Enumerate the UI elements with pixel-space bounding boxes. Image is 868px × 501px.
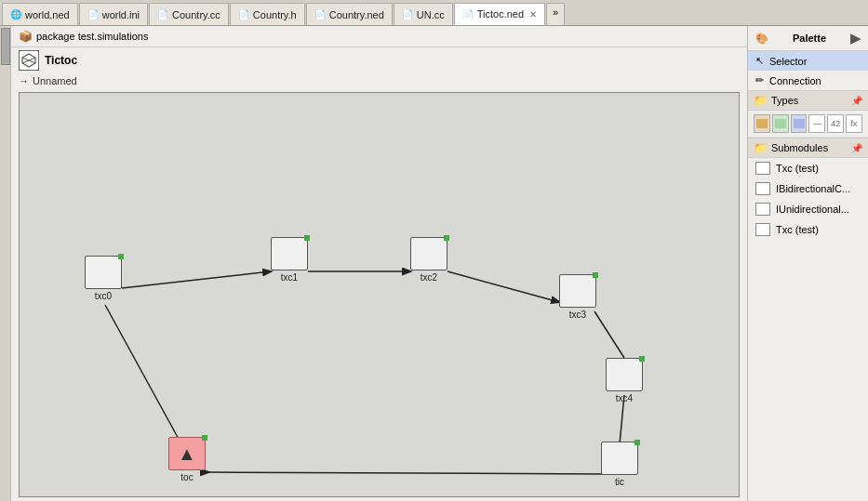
node-tic[interactable]: tic [601, 442, 638, 488]
submodule-item-3[interactable]: Txc (test) [748, 219, 868, 240]
submodule-item-0[interactable]: Txc (test) [748, 158, 868, 178]
palette-header: 🎨 Palette ▶ [748, 26, 868, 51]
package-icon: 📦 [19, 30, 33, 43]
node-label-txc1: txc1 [281, 272, 298, 283]
node-toc[interactable]: ▲ toc [168, 437, 206, 483]
submodule-label-3: Txc (test) [776, 224, 819, 235]
types-icon-row: — 42 fx [748, 111, 868, 138]
submodules-section-header: 📁 Submodules 📌 [748, 138, 868, 158]
connection-label: Connection [769, 75, 821, 86]
node-label-txc0: txc0 [95, 291, 112, 302]
tab-country-h[interactable]: 📄 Country.h [230, 3, 305, 25]
submodule-label-1: IBidirectionalC... [776, 183, 850, 194]
node-box-txc2[interactable] [410, 237, 447, 270]
network-canvas[interactable]: txc0 txc1 txc2 [19, 92, 740, 497]
node-label-txc4: txc4 [616, 393, 633, 404]
tab-world-ini-label: world.ini [102, 9, 140, 20]
submodule-item-1[interactable]: IBidirectionalC... [748, 178, 868, 199]
type-icon-3[interactable] [791, 114, 808, 133]
country-h-icon: 📄 [238, 9, 249, 20]
type-icon-6[interactable]: fx [846, 114, 862, 133]
tab-world-ned-label: world.ned [25, 9, 70, 20]
palette-expand-icon[interactable]: ▶ [850, 31, 861, 46]
palette-panel: 🎨 Palette ▶ ↖ Selector ✏ Connection 📁 Ty… [747, 26, 868, 501]
tab-tictoc-ned-label: Tictoc.ned [477, 8, 524, 20]
scroll-thumb[interactable] [1, 28, 10, 65]
world-ini-icon: 📄 [87, 9, 99, 20]
types-section-header: 📁 Types 📌 [748, 90, 868, 111]
overflow-label: » [553, 7, 558, 18]
package-label: package test.simulations [36, 31, 148, 42]
connector-txc3 [593, 272, 598, 278]
tab-bar: 🌐 world.ned 📄 world.ini 📄 Country.cc 📄 C… [0, 0, 868, 26]
submodules-label: Submodules [771, 142, 828, 153]
type-icon-1[interactable] [754, 114, 770, 133]
canvas-wrapper: txc0 txc1 txc2 [11, 88, 747, 501]
connector-txc0 [118, 254, 124, 259]
node-box-toc[interactable]: ▲ [168, 437, 206, 470]
submodules-pin-icon[interactable]: 📌 [851, 143, 862, 153]
submodule-item-2[interactable]: IUnidirectional... [748, 199, 868, 219]
node-label-txc3: txc3 [569, 310, 586, 321]
submodule-box-3 [755, 223, 770, 236]
tab-tictoc-ned[interactable]: 📄 Tictoc.ned ✕ [454, 3, 545, 25]
node-label-toc: toc [180, 472, 193, 483]
node-txc1[interactable]: txc1 [271, 237, 308, 283]
node-txc4[interactable]: txc4 [606, 358, 643, 404]
node-box-txc1[interactable] [271, 237, 308, 270]
toc-arrow-icon: ▲ [178, 443, 196, 465]
node-txc2[interactable]: txc2 [410, 237, 447, 283]
connector-tic [634, 440, 640, 445]
country-cc-icon: 📄 [157, 9, 168, 20]
tab-country-cc[interactable]: 📄 Country.cc [149, 3, 229, 25]
tab-world-ned[interactable]: 🌐 world.ned [2, 3, 78, 25]
tab-un-cc[interactable]: 📄 UN.cc [394, 3, 453, 25]
node-txc3[interactable]: txc3 [559, 274, 596, 321]
node-box-txc4[interactable] [606, 358, 643, 391]
svg-line-3 [122, 271, 271, 288]
node-txc0[interactable]: txc0 [85, 256, 122, 302]
node-box-txc3[interactable] [559, 274, 596, 308]
left-scrollbar [0, 26, 11, 501]
un-cc-icon: 📄 [402, 9, 413, 20]
submodules-folder-icon: 📁 [754, 141, 768, 154]
types-folder-icon: 📁 [754, 94, 768, 107]
svg-line-6 [594, 311, 624, 358]
type-icon-2[interactable] [772, 114, 789, 133]
tab-tictoc-close-icon[interactable]: ✕ [529, 9, 537, 20]
palette-item-connection[interactable]: ✏ Connection [748, 71, 868, 90]
connector-txc1 [304, 235, 310, 241]
node-box-tic[interactable] [601, 442, 638, 475]
type-icon-5[interactable]: 42 [827, 114, 844, 133]
palette-icon: 🎨 [755, 33, 768, 45]
type-icon-4[interactable]: — [808, 114, 825, 133]
types-pin-icon[interactable]: 📌 [851, 96, 862, 106]
connector-txc4 [639, 356, 645, 362]
package-header: 📦 package test.simulations [11, 26, 747, 47]
connection-pencil-icon: ✏ [755, 74, 764, 86]
svg-rect-12 [794, 119, 805, 128]
submodule-box-1 [755, 182, 770, 195]
tab-country-ned[interactable]: 📄 Country.ned [306, 3, 393, 25]
selector-label: Selector [769, 56, 807, 67]
submodule-box-2 [755, 203, 770, 216]
unnamed-label: Unnamed [33, 75, 77, 86]
tictoc-header: Tictoc [11, 47, 747, 73]
submodule-box-0 [755, 162, 770, 175]
tab-country-h-label: Country.h [253, 9, 297, 20]
tab-country-cc-label: Country.cc [172, 9, 220, 20]
types-label: Types [771, 95, 798, 106]
palette-item-selector[interactable]: ↖ Selector [748, 51, 868, 71]
arrow-right-icon: → [19, 75, 29, 86]
connector-txc2 [444, 235, 449, 241]
node-label-txc2: txc2 [421, 272, 437, 283]
world-ned-icon: 🌐 [10, 9, 21, 20]
connections-svg [20, 93, 739, 496]
node-box-txc0[interactable] [85, 256, 122, 289]
svg-line-5 [447, 271, 559, 302]
connector-toc [202, 435, 207, 441]
tab-overflow[interactable]: » [546, 3, 565, 25]
tab-world-ini[interactable]: 📄 world.ini [79, 3, 148, 25]
country-ned-icon: 📄 [314, 9, 326, 20]
unnamed-row: → Unnamed [11, 73, 747, 88]
